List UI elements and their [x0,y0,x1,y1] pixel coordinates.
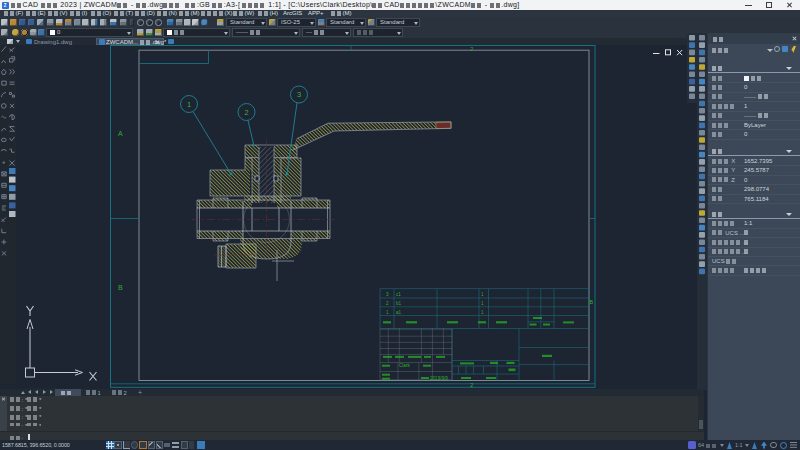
svg-text:1: 1 [386,310,389,315]
svg-text:3: 3 [297,90,301,99]
svg-text:2019/9/9: 2019/9/9 [430,376,448,381]
svg-text:a1: a1 [396,310,402,315]
svg-text:A: A [118,130,123,137]
svg-text:1: 1 [481,292,484,297]
svg-text:c1: c1 [396,292,401,297]
svg-text:3: 3 [386,292,389,297]
svg-text:1: 1 [187,100,191,109]
svg-text:2: 2 [244,108,248,117]
svg-text:1: 1 [481,310,484,315]
svg-text:2: 2 [386,301,389,306]
svg-text:B: B [590,299,594,305]
svg-text:b1: b1 [396,301,402,306]
svg-text:Clark: Clark [399,363,410,368]
svg-text:B: B [118,284,123,291]
svg-text:1: 1 [481,301,484,306]
